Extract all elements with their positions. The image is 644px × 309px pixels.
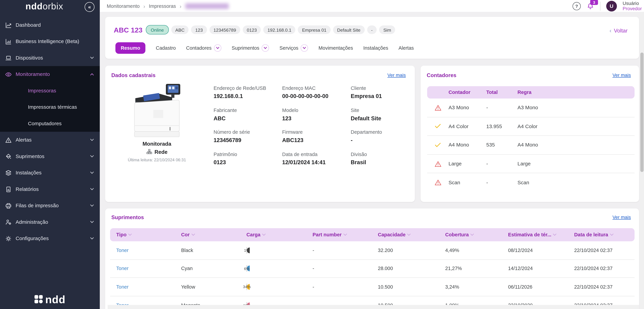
tab-cadastro[interactable]: Cadastro bbox=[156, 45, 176, 51]
tab-dropdown-button[interactable] bbox=[262, 44, 269, 51]
breadcrumb: Monitoramento › Impressoras › bbox=[107, 0, 229, 12]
sidebar-footer-logo: ndd bbox=[0, 294, 100, 305]
table-row[interactable]: Toner Yellow 34% - 10.500 3,24% 06/11/20… bbox=[110, 278, 634, 296]
table-row[interactable]: A4 Mono 535 A4 Mono bbox=[427, 136, 634, 155]
help-icon[interactable]: ? bbox=[572, 2, 581, 10]
sidebar-item-filas-de-impressao[interactable]: Filas de impressão bbox=[0, 197, 100, 214]
breadcrumb-impressoras[interactable]: Impressoras bbox=[149, 3, 176, 9]
sidebar-item-label: Configurações bbox=[16, 236, 49, 241]
warning-icon bbox=[434, 179, 441, 185]
regra-cell: A3 Mono bbox=[518, 105, 634, 111]
toner-level-bar: 6% bbox=[246, 265, 247, 272]
sort-chevron-icon bbox=[470, 234, 474, 236]
sidebar-item-administracao[interactable]: Administração bbox=[0, 214, 100, 230]
tab-contadores[interactable]: Contadores bbox=[186, 44, 222, 51]
sidebar-item-label: Filas de impressão bbox=[16, 203, 59, 209]
table-row[interactable]: Scan - Scan bbox=[427, 173, 634, 192]
sidebar-item-instalacoes[interactable]: Instalações bbox=[0, 165, 100, 181]
part-number-cell: - bbox=[313, 266, 378, 271]
tab-label: Movimentações bbox=[318, 45, 353, 51]
sidebar-subitem-impressoras[interactable]: Impressoras bbox=[0, 82, 100, 99]
column-header-cor[interactable]: Cor bbox=[181, 232, 246, 238]
chevron-down-icon bbox=[303, 47, 306, 49]
table-row[interactable]: A3 Mono - A3 Mono bbox=[427, 98, 634, 117]
device-chip-row: Online ABC 123 123456789 0123 192.168.0.… bbox=[146, 25, 395, 34]
tab-alertas[interactable]: Alertas bbox=[398, 45, 414, 51]
tab-label: Alertas bbox=[398, 45, 414, 51]
column-header-carga[interactable]: Carga bbox=[246, 232, 312, 238]
paint-bucket-icon bbox=[5, 153, 12, 160]
tab-dropdown-button[interactable] bbox=[214, 44, 221, 51]
sidebar-subitem-impressoras-termicas[interactable]: Impressoras térmicas bbox=[0, 99, 100, 115]
column-header-data-leitura[interactable]: Data de leitura bbox=[574, 232, 635, 238]
device-tabs: Resumo Cadastro Contadores Suprimentos S… bbox=[116, 42, 414, 54]
field: Endereço MAC00-00-00-00-00-00 bbox=[282, 85, 351, 107]
last-reading-text: Última leitura: 22/10/2024 06:31 bbox=[105, 158, 208, 162]
tab-resumo[interactable]: Resumo bbox=[116, 42, 146, 54]
tab-dropdown-button[interactable] bbox=[301, 44, 308, 51]
gear-icon bbox=[5, 235, 12, 242]
table-row[interactable]: Toner Cyan 6% - 28.000 21,27% 14/12/2024… bbox=[110, 260, 634, 278]
sidebar-item-monitoramento[interactable]: Monitoramento bbox=[0, 66, 100, 82]
back-button[interactable]: ‹ Voltar bbox=[610, 27, 628, 34]
horizontal-scrollbar[interactable] bbox=[108, 305, 639, 309]
field: FirmwareABC123 bbox=[282, 129, 351, 151]
tab-suprimentos[interactable]: Suprimentos bbox=[232, 44, 269, 51]
field: ClienteEmpresa 01 bbox=[351, 85, 420, 107]
sidebar-item-dashboard[interactable]: Dashboard bbox=[0, 17, 100, 33]
toner-link[interactable]: Toner bbox=[116, 266, 181, 271]
column-header-estimativa[interactable]: Estimativa de tér... bbox=[508, 232, 574, 238]
user-gear-icon bbox=[5, 219, 12, 226]
table-row[interactable]: A4 Color 13.955 A4 Color bbox=[427, 117, 634, 136]
device-header-card: ABC 123 Online ABC 123 123456789 0123 19… bbox=[105, 17, 639, 59]
vertical-scrollbar[interactable] bbox=[640, 12, 644, 309]
sidebar-item-suprimentos[interactable]: Suprimentos bbox=[0, 148, 100, 165]
column-header-part-number[interactable]: Part number bbox=[313, 232, 378, 238]
total-cell: 13.955 bbox=[486, 124, 518, 129]
sidebar-item-relatorios[interactable]: Relatórios bbox=[0, 181, 100, 197]
device-chip: 123456789 bbox=[210, 25, 240, 34]
notifications-button[interactable]: 3 bbox=[586, 2, 594, 10]
column-header-capacidade[interactable]: Capacidade bbox=[378, 232, 445, 238]
field-label: Endereço de Rede/USB bbox=[214, 85, 282, 91]
field-value: 123 bbox=[282, 115, 351, 121]
topbar-divider bbox=[600, 2, 600, 11]
sidebar-item-business-intelligence[interactable]: Business Intelligence (Beta) bbox=[0, 33, 100, 49]
ndd-dots-icon bbox=[34, 295, 43, 303]
user-info[interactable]: Usuário Provedor bbox=[623, 1, 644, 11]
coverage-cell: 3,24% bbox=[445, 284, 508, 290]
column-header-tipo[interactable]: Tipo bbox=[116, 232, 181, 238]
sidebar-item-alertas[interactable]: Alertas bbox=[0, 132, 100, 148]
sidebar-item-configuracoes[interactable]: Configurações bbox=[0, 230, 100, 247]
toner-link[interactable]: Toner bbox=[116, 247, 181, 253]
suprimentos-ver-mais-link[interactable]: Ver mais bbox=[612, 215, 631, 220]
sidebar-subitem-computadores[interactable]: Computadores bbox=[0, 115, 100, 132]
tab-servicos[interactable]: Serviços bbox=[280, 44, 308, 51]
warning-icon bbox=[434, 105, 441, 111]
field: Data de entrada12/01/2024 14:41 bbox=[282, 151, 351, 173]
device-chip: Empresa 01 bbox=[298, 25, 330, 34]
table-row[interactable]: Large - Large bbox=[427, 155, 634, 173]
vertical-scrollbar-thumb[interactable] bbox=[640, 52, 644, 172]
table-row[interactable]: Toner Black 1% - 32.200 4,49% 08/12/2024… bbox=[110, 241, 634, 260]
breadcrumb-monitoramento[interactable]: Monitoramento bbox=[107, 3, 140, 9]
field: SiteDefault Site bbox=[351, 107, 420, 129]
tab-movimentacoes[interactable]: Movimentações bbox=[318, 45, 353, 51]
reading-date-cell: 22/10/2024 02:37 bbox=[574, 284, 635, 290]
column-header-cobertura[interactable]: Cobertura bbox=[445, 232, 508, 238]
report-document-icon bbox=[5, 186, 12, 193]
field: Modelo123 bbox=[282, 107, 351, 129]
sort-chevron-icon bbox=[262, 234, 266, 236]
field-value: - bbox=[351, 137, 420, 143]
reading-date-cell: 22/10/2024 02:37 bbox=[574, 247, 635, 253]
toner-level-bar: 1% bbox=[246, 247, 247, 254]
contadores-ver-mais-link[interactable]: Ver mais bbox=[612, 73, 631, 78]
toner-link[interactable]: Toner bbox=[116, 284, 181, 290]
contadores-rows: A3 Mono - A3 Mono A4 Color 13.955 A4 Col… bbox=[427, 98, 634, 192]
field-value: ABC123 bbox=[282, 137, 351, 143]
sidebar-item-dispositivos[interactable]: Dispositivos bbox=[0, 50, 100, 66]
sidebar-collapse-button[interactable]: « bbox=[85, 2, 94, 12]
dados-ver-mais-link[interactable]: Ver mais bbox=[388, 73, 406, 78]
avatar[interactable]: U bbox=[606, 1, 617, 11]
tab-instalacoes[interactable]: Instalações bbox=[363, 45, 388, 51]
